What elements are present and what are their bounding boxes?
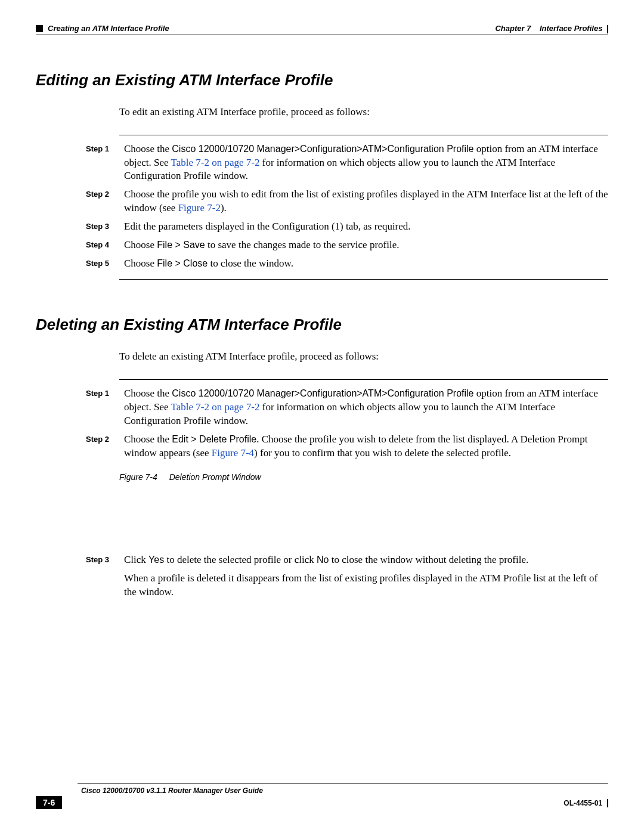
footer-tick-icon: [607, 799, 608, 807]
button-ref: Yes: [148, 555, 164, 565]
step-body: Edit the parameters displayed in the Con…: [124, 220, 608, 234]
rule: [119, 379, 608, 380]
menu-path: File > Save: [157, 240, 205, 250]
xref-link[interactable]: Figure 7-2: [178, 202, 221, 213]
step-body: Choose the Cisco 12000/10720 Manager>Con…: [124, 387, 608, 428]
rule: [119, 135, 608, 135]
page-number: 7-6: [36, 796, 62, 809]
section2-intro: To delete an existing ATM Interface prof…: [119, 351, 608, 363]
header-marker-icon: [36, 25, 43, 32]
step-row: Step 1 Choose the Cisco 12000/10720 Mana…: [36, 143, 608, 184]
menu-path: Cisco 12000/10720 Manager>Configuration>…: [172, 144, 473, 154]
step-body: Choose File > Close to close the window.: [124, 257, 608, 271]
step-row: Step 5 Choose File > Close to close the …: [36, 257, 608, 271]
step-row: Step 4 Choose File > Save to save the ch…: [36, 239, 608, 252]
step-row: Step 2 Choose the profile you wish to ed…: [36, 188, 608, 215]
step-label: Step 1: [86, 387, 119, 428]
step-body: Choose File > Save to save the changes m…: [124, 239, 608, 252]
document-id: OL-4455-01: [564, 799, 602, 807]
header-left: Creating an ATM Interface Profile: [36, 24, 169, 33]
page: Creating an ATM Interface Profile Chapte…: [0, 0, 644, 833]
header-right: Chapter 7 Interface Profiles: [495, 24, 608, 33]
menu-path: File > Close: [157, 258, 208, 268]
xref-link[interactable]: Figure 7-4: [212, 447, 254, 459]
step-body: Choose the profile you wish to edit from…: [124, 188, 608, 215]
step-label: Step 1: [86, 143, 119, 184]
footer-row1: Cisco 12000/10700 v3.1.1 Router Manager …: [36, 786, 608, 795]
step-row: Step 3 Edit the parameters displayed in …: [36, 220, 608, 234]
step-row: Step 1 Choose the Cisco 12000/10720 Mana…: [36, 387, 608, 428]
step-label: Step 2: [86, 433, 119, 460]
step-label: Step 3: [86, 553, 119, 567]
header-section-name: Creating an ATM Interface Profile: [48, 24, 169, 33]
step-body: Click Yes to delete the selected profile…: [124, 553, 608, 567]
section-heading-editing: Editing an Existing ATM Interface Profil…: [36, 71, 608, 89]
step-label: Step 5: [86, 257, 119, 271]
button-ref: No: [317, 555, 329, 565]
page-header: Creating an ATM Interface Profile Chapte…: [36, 24, 608, 35]
step-label: Step 4: [86, 239, 119, 252]
step-row: Step 3 Click Yes to delete the selected …: [36, 553, 608, 567]
section1-intro: To edit an existing ATM Interface profil…: [119, 106, 608, 118]
header-chapter-title: Interface Profiles: [540, 24, 603, 33]
header-tick-icon: [607, 25, 608, 33]
footer-rule: [78, 784, 608, 784]
figure-title: Deletion Prompt Window: [169, 472, 261, 482]
rule: [119, 279, 608, 280]
figure-number: Figure 7-4: [119, 472, 157, 482]
step-label: Step 3: [86, 220, 119, 234]
step-row: Step 2 Choose the Edit > Delete Profile.…: [36, 433, 608, 460]
menu-path: Cisco 12000/10720 Manager>Configuration>…: [172, 388, 473, 398]
step-label: Step 2: [86, 188, 119, 215]
xref-link[interactable]: Table 7-2 on page 7-2: [171, 157, 260, 168]
figure-caption: Figure 7-4 Deletion Prompt Window: [119, 472, 608, 482]
footer-row2: 7-6 OL-4455-01: [36, 796, 608, 809]
step-body: Choose the Edit > Delete Profile. Choose…: [124, 433, 608, 460]
xref-link[interactable]: Table 7-2 on page 7-2: [171, 401, 260, 413]
page-footer: Cisco 12000/10700 v3.1.1 Router Manager …: [36, 784, 608, 809]
header-chapter-num: Chapter 7: [495, 24, 531, 33]
step-body: Choose the Cisco 12000/10720 Manager>Con…: [124, 143, 608, 184]
footer-guide-title: Cisco 12000/10700 v3.1.1 Router Manager …: [81, 786, 263, 795]
continuation-text: When a profile is deleted it disappears …: [124, 572, 608, 599]
menu-path: Edit > Delete Profile: [172, 434, 256, 444]
section-heading-deleting: Deleting an Existing ATM Interface Profi…: [36, 315, 608, 334]
